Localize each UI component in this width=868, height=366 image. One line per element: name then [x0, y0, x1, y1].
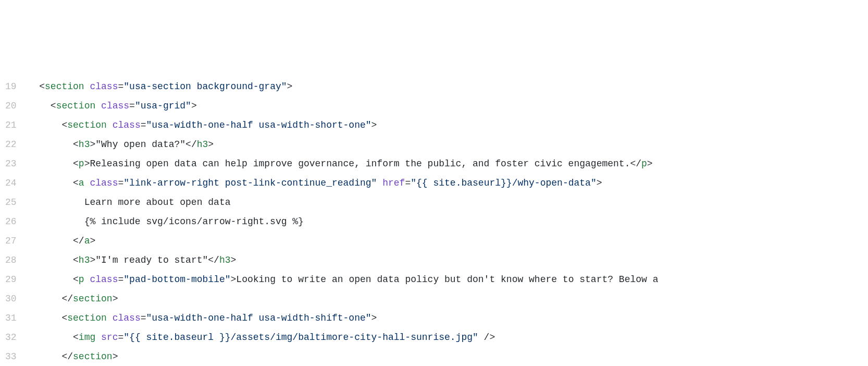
token-punc: < [51, 101, 56, 111]
line-number: 26 [5, 212, 17, 231]
code-viewer: 1920212223242526272829303132333435 <sect… [0, 77, 868, 366]
code-line[interactable]: <h3>"Why open data?"</h3> [28, 135, 868, 154]
token-punc: </ [185, 139, 197, 150]
token-str: "{{ site.baseurl}}/why-open-data" [411, 178, 596, 188]
indent-whitespace [28, 294, 62, 304]
token-punc: < [61, 313, 67, 323]
code-line[interactable]: <section class="usa-width-one-half usa-w… [28, 116, 868, 135]
token-text: {% include svg/icons/arrow-right.svg %} [84, 216, 304, 227]
token-punc: > [371, 313, 377, 323]
token-attr: class [90, 178, 118, 188]
token-str: "{{ site.baseurl }}/assets/img/baltimore… [123, 332, 478, 343]
code-line[interactable]: <h3>"I'm ready to start"</h3> [28, 251, 868, 270]
token-punc: > [371, 120, 377, 130]
token-tag: h3 [219, 255, 231, 265]
code-line[interactable]: <section class="usa-grid"> [28, 96, 868, 116]
token-punc: /> [478, 332, 495, 343]
token-text: Learn more about open data [84, 197, 231, 208]
token-tag: p [641, 158, 647, 169]
indent-whitespace [28, 255, 73, 265]
line-number: 21 [5, 116, 17, 135]
line-number: 24 [5, 174, 17, 193]
token-punc [95, 332, 101, 343]
token-punc: </ [208, 255, 219, 265]
code-line[interactable]: <img src="{{ site.baseurl }}/assets/img/… [28, 328, 868, 347]
token-str: "usa-grid" [135, 101, 191, 111]
indent-whitespace [28, 236, 73, 246]
token-punc [95, 101, 101, 111]
token-punc [84, 178, 90, 188]
code-line[interactable]: <p>Releasing open data can help improve … [28, 154, 868, 174]
token-punc: > [113, 294, 118, 304]
token-tag: p [79, 274, 84, 285]
token-punc: > [90, 236, 95, 246]
token-punc: > [208, 139, 214, 150]
line-number: 20 [5, 96, 17, 116]
line-number: 19 [5, 77, 17, 96]
token-str: "pad-bottom-mobile" [123, 274, 230, 285]
code-line[interactable]: </a> [28, 231, 868, 251]
token-punc: > [191, 101, 197, 111]
token-tag: section [56, 101, 96, 111]
token-punc: = [141, 313, 146, 323]
token-punc: = [405, 178, 411, 188]
indent-whitespace [28, 139, 73, 150]
line-number: 30 [5, 289, 17, 309]
token-str: "usa-section background-gray" [123, 81, 287, 92]
code-line[interactable]: </section> [28, 347, 868, 366]
token-text: "I'm ready to start" [95, 255, 208, 265]
code-line[interactable]: </section> [28, 289, 868, 309]
code-line[interactable]: <a class="link-arrow-right post-link-con… [28, 174, 868, 193]
token-punc: > [597, 178, 602, 188]
token-text: Looking to write an open data policy but… [236, 274, 658, 285]
token-punc: > [90, 139, 95, 150]
token-punc: < [73, 332, 79, 343]
token-str: "usa-width-one-half usa-width-short-one" [146, 120, 371, 130]
indent-whitespace [28, 332, 73, 343]
token-attr: src [101, 332, 118, 343]
code-line[interactable]: <p class="pad-bottom-mobile">Looking to … [28, 270, 868, 289]
token-tag: a [84, 236, 90, 246]
token-tag: section [73, 294, 113, 304]
token-punc: = [118, 178, 123, 188]
line-number: 33 [5, 347, 17, 366]
line-number: 29 [5, 270, 17, 289]
token-punc: < [73, 178, 79, 188]
line-number: 23 [5, 154, 17, 174]
indent-whitespace [28, 120, 62, 130]
token-punc: = [141, 120, 146, 130]
token-tag: h3 [79, 255, 90, 265]
code-line[interactable]: {% include svg/icons/arrow-right.svg %} [28, 212, 868, 231]
token-punc: > [90, 255, 95, 265]
token-punc [107, 313, 113, 323]
indent-whitespace [28, 101, 51, 111]
line-number: 31 [5, 309, 17, 328]
token-punc: < [39, 81, 45, 92]
code-line[interactable]: Learn more about open data [28, 193, 868, 212]
token-punc [107, 120, 113, 130]
token-tag: section [73, 351, 113, 362]
token-punc: </ [73, 236, 84, 246]
indent-whitespace [28, 178, 73, 188]
token-str: "link-arrow-right post-link-continue_rea… [123, 178, 377, 188]
indent-whitespace [28, 216, 84, 227]
token-text: Releasing open data can help improve gov… [90, 158, 630, 169]
token-attr: href [382, 178, 405, 188]
token-text: "Why open data?" [95, 139, 185, 150]
line-number: 22 [5, 135, 17, 154]
line-number: 25 [5, 193, 17, 212]
token-tag: img [79, 332, 95, 343]
token-punc: > [231, 255, 237, 265]
line-number: 27 [5, 231, 17, 251]
token-tag: section [67, 313, 107, 323]
token-punc: < [73, 274, 79, 285]
code-content[interactable]: <section class="usa-section background-g… [28, 77, 868, 366]
code-line[interactable]: <section class="usa-width-one-half usa-w… [28, 309, 868, 328]
token-punc: = [129, 101, 135, 111]
token-attr: class [113, 313, 141, 323]
token-tag: section [67, 120, 107, 130]
token-attr: class [90, 274, 118, 285]
indent-whitespace [28, 274, 73, 285]
code-line[interactable]: <section class="usa-section background-g… [28, 77, 868, 96]
token-punc: < [73, 255, 79, 265]
